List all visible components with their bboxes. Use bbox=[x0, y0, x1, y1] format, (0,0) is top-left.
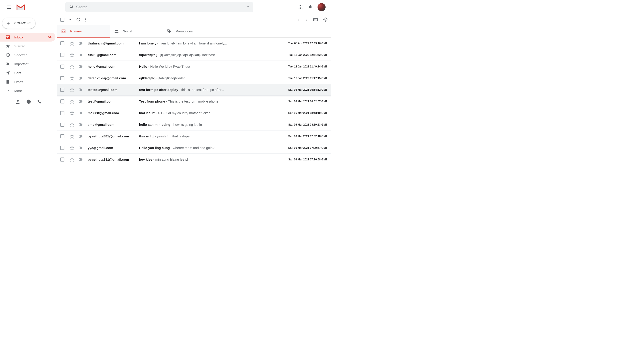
email-sender: pyaethuta881@gmail.com bbox=[88, 157, 139, 161]
important-button[interactable] bbox=[79, 76, 83, 80]
row-checkbox[interactable] bbox=[60, 53, 64, 57]
email-subject: hey klee bbox=[139, 157, 152, 161]
row-checkbox[interactable] bbox=[60, 157, 64, 162]
star-button[interactable] bbox=[70, 146, 74, 150]
star-icon bbox=[70, 111, 74, 115]
tab-social[interactable]: Social bbox=[110, 25, 163, 37]
row-checkbox[interactable] bbox=[60, 111, 64, 115]
email-row[interactable]: testpc@gmail.com test form pc after depl… bbox=[57, 84, 331, 96]
search-options-dropdown[interactable] bbox=[245, 5, 251, 9]
compose-button[interactable]: ＋ COMPOSE bbox=[2, 18, 35, 28]
email-subject: Hello bbox=[139, 64, 147, 68]
email-row[interactable]: hello@gmail.com Hello - Hello World by P… bbox=[57, 61, 331, 72]
email-sender: testpc@gmail.com bbox=[88, 88, 139, 92]
svg-point-22 bbox=[325, 19, 326, 20]
email-row[interactable]: thutasann@gmail.com I am lonely - I am l… bbox=[57, 37, 331, 49]
important-button[interactable] bbox=[79, 158, 83, 161]
email-subject: ejfkladjflkj bbox=[139, 76, 156, 80]
email-row[interactable]: test@gmail.com Test from phone - This is… bbox=[57, 96, 331, 107]
tab-promotions[interactable]: Promotions bbox=[163, 25, 216, 37]
row-checkbox[interactable] bbox=[60, 41, 64, 45]
search-bar[interactable] bbox=[65, 2, 253, 12]
tab-label: Primary bbox=[70, 29, 82, 33]
star-button[interactable] bbox=[70, 53, 74, 57]
email-date: Sat, 06 Mar 2021 07:29:57 GMT bbox=[277, 146, 331, 149]
email-subject-line: hello san min paing - how its going lee … bbox=[139, 123, 277, 126]
notifications-button[interactable] bbox=[308, 4, 313, 10]
svg-point-0 bbox=[70, 5, 73, 8]
svg-rect-17 bbox=[314, 18, 318, 21]
sidebar-item-drafts[interactable]: Drafts bbox=[0, 77, 56, 86]
select-all-checkbox[interactable] bbox=[60, 18, 64, 22]
apps-button[interactable] bbox=[298, 4, 303, 10]
important-icon bbox=[79, 76, 83, 80]
refresh-button[interactable] bbox=[76, 17, 80, 22]
svg-point-10 bbox=[302, 8, 302, 9]
important-button[interactable] bbox=[79, 88, 83, 92]
row-checkbox[interactable] bbox=[60, 99, 64, 103]
important-icon bbox=[79, 53, 83, 57]
next-page-button[interactable] bbox=[305, 18, 308, 21]
important-icon bbox=[79, 88, 83, 92]
search-icon bbox=[67, 4, 76, 9]
important-button[interactable] bbox=[79, 111, 83, 115]
email-row[interactable]: pyaethuta881@gmail.com this is litt - ye… bbox=[57, 130, 331, 142]
email-date: Sat, 06 Mar 2021 07:26:58 GMT bbox=[277, 158, 331, 161]
select-dropdown[interactable] bbox=[69, 18, 72, 21]
gmail-logo[interactable] bbox=[16, 4, 25, 10]
email-row[interactable]: yya@gmail.com Hello yan ling aung - wher… bbox=[57, 142, 331, 154]
row-checkbox[interactable] bbox=[60, 64, 64, 69]
row-checkbox[interactable] bbox=[60, 123, 64, 127]
chevron-down-icon bbox=[247, 5, 250, 8]
sidebar-item-important[interactable]: Important bbox=[0, 59, 56, 68]
email-row[interactable]: mal888@gmail.com mal lee lrr - GTFO of m… bbox=[57, 107, 331, 119]
important-button[interactable] bbox=[79, 146, 83, 150]
contacts-button[interactable] bbox=[16, 99, 20, 105]
sidebar-item-more[interactable]: More bbox=[0, 86, 56, 95]
email-list: thutasann@gmail.com I am lonely - I am l… bbox=[57, 37, 331, 165]
row-checkbox[interactable] bbox=[60, 146, 64, 150]
email-snippet: GTFO of my country mother fucker bbox=[158, 111, 210, 115]
star-button[interactable] bbox=[70, 134, 74, 138]
email-row[interactable]: dafadkfjklaj@gmail.com ejfkladjflkj - jf… bbox=[57, 72, 331, 84]
star-button[interactable] bbox=[70, 111, 74, 115]
settings-button[interactable] bbox=[323, 17, 328, 22]
more-button[interactable] bbox=[85, 17, 86, 22]
sidebar-item-starred[interactable]: Starred bbox=[0, 41, 56, 50]
important-button[interactable] bbox=[79, 123, 83, 126]
important-button[interactable] bbox=[79, 100, 83, 103]
important-button[interactable] bbox=[79, 41, 83, 45]
row-checkbox[interactable] bbox=[60, 134, 64, 138]
star-button[interactable] bbox=[70, 122, 74, 127]
important-button[interactable] bbox=[79, 134, 83, 138]
prev-page-button[interactable] bbox=[297, 18, 300, 21]
sidebar-item-inbox[interactable]: Inbox 54 bbox=[0, 33, 56, 41]
sidebar-item-snoozed[interactable]: Snoozed bbox=[0, 50, 56, 59]
star-button[interactable] bbox=[70, 157, 74, 162]
email-date: Tue, 18 Jan 2022 11:47:15 GMT bbox=[277, 77, 331, 80]
tag-icon bbox=[167, 29, 172, 34]
important-button[interactable] bbox=[79, 65, 83, 68]
email-subject: test form pc after deploy bbox=[139, 88, 178, 92]
row-checkbox[interactable] bbox=[60, 76, 64, 80]
email-subject-line: ejfkladjflkj - jfalkdjfkladjfkladsf bbox=[139, 76, 277, 80]
star-button[interactable] bbox=[70, 41, 74, 45]
account-avatar[interactable] bbox=[318, 3, 326, 11]
input-tools-button[interactable] bbox=[313, 17, 318, 22]
email-row[interactable]: fucku@gmail.com fkjalkdfjkalj - jfjlkakd… bbox=[57, 49, 331, 61]
email-row[interactable]: smp@gmail.com hello san min paing - how … bbox=[57, 119, 331, 130]
hangouts-button[interactable] bbox=[26, 99, 31, 105]
menu-button[interactable] bbox=[4, 2, 14, 12]
important-button[interactable] bbox=[79, 53, 83, 57]
svg-point-16 bbox=[85, 21, 86, 21]
search-input[interactable] bbox=[76, 5, 245, 9]
star-button[interactable] bbox=[70, 64, 74, 69]
email-row[interactable]: pyaethuta881@gmail.com hey klee - min au… bbox=[57, 154, 331, 165]
sidebar-item-sent[interactable]: Sent bbox=[0, 68, 56, 77]
phone-button[interactable] bbox=[37, 99, 42, 105]
star-button[interactable] bbox=[70, 76, 74, 80]
tab-primary[interactable]: Primary bbox=[57, 25, 110, 37]
row-checkbox[interactable] bbox=[60, 88, 64, 92]
star-button[interactable] bbox=[70, 88, 74, 92]
star-button[interactable] bbox=[70, 99, 74, 104]
